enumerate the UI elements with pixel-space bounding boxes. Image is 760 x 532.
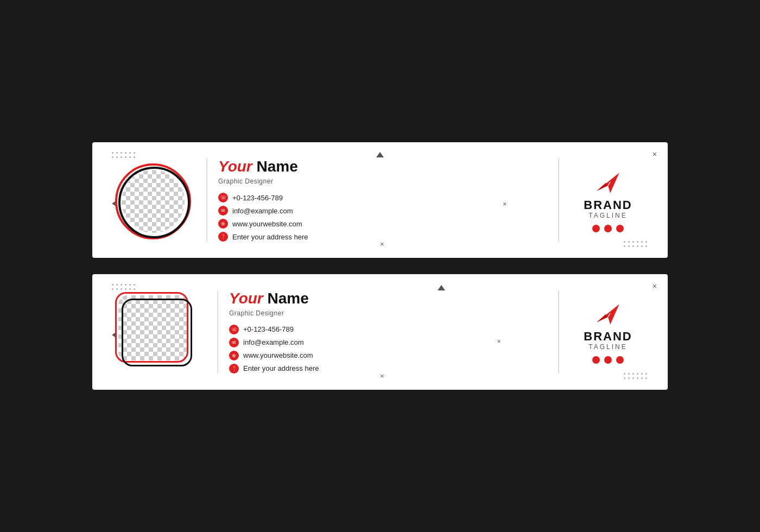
brand-dot-2c <box>616 356 624 364</box>
brand-section-1: BRAND TAGLINE <box>559 168 646 232</box>
website-icon-2: ⊕ <box>229 351 239 360</box>
brand-dots-1 <box>592 225 624 232</box>
title-2: Graphic Designer <box>229 309 547 317</box>
decorative-dots-tl-2 <box>112 284 136 291</box>
decorative-dots-tl <box>112 152 136 159</box>
decorative-x-mid: × <box>503 200 506 208</box>
svg-marker-3 <box>597 305 619 325</box>
decorative-dots-br <box>624 241 648 248</box>
name-heading-2: Your Name <box>229 290 547 307</box>
email-text-1: info@example.com <box>232 207 293 215</box>
contact-list-2: ☏ +0-123-456-789 ✉ info@example.com ⊕ ww… <box>229 325 547 373</box>
brand-tagline-2: TAGLINE <box>588 343 627 351</box>
paper-plane-icon-2 <box>594 300 622 327</box>
website-icon-1: ⊕ <box>218 219 228 229</box>
brand-dot-2a <box>592 356 600 364</box>
phone-text-2: +0-123-456-789 <box>243 325 294 333</box>
brand-dot-1a <box>592 225 600 232</box>
photo-area-circle <box>114 162 190 238</box>
paper-plane-icon-1 <box>594 168 622 195</box>
brand-name-1: BRAND <box>584 199 632 212</box>
address-icon-1: 📍 <box>218 232 228 242</box>
name-your-1: Your <box>218 158 252 175</box>
phone-icon-1: ☏ <box>218 193 228 202</box>
address-item-2: 📍 Enter your address here <box>229 364 547 373</box>
address-text-2: Enter your address here <box>243 364 319 372</box>
decorative-x-tr-2: × <box>653 282 657 290</box>
phone-item-1: ☏ +0-123-456-789 <box>218 193 547 202</box>
decorative-dots-br-2 <box>624 373 648 380</box>
info-section-2: Your Name Graphic Designer ☏ +0-123-456-… <box>217 290 559 373</box>
brand-dot-1b <box>604 225 612 232</box>
decorative-triangle-top <box>376 152 384 157</box>
svg-marker-1 <box>597 182 608 191</box>
email-signature-card-2: × × × Your Name Graphic Designer ☏ +0-12… <box>92 274 668 390</box>
email-icon-1: ✉ <box>218 206 228 216</box>
brand-name-2: BRAND <box>584 330 632 343</box>
email-icon-2: ✉ <box>229 338 239 347</box>
address-icon-2: 📍 <box>229 364 239 373</box>
website-text-1: www.yourwebsite.com <box>232 220 302 228</box>
decorative-x-mid-2: × <box>497 338 501 345</box>
title-1: Graphic Designer <box>218 178 547 185</box>
svg-marker-0 <box>597 173 619 193</box>
name-heading-1: Your Name <box>218 159 547 175</box>
rect-back-black <box>122 299 192 366</box>
email-item-1: ✉ info@example.com <box>218 206 547 216</box>
email-signature-card-1: × × × Your Name Graphic Designer ☏ +0-12… <box>92 142 668 258</box>
decorative-x-br-2: × <box>380 372 384 380</box>
rect-photo-wrapper <box>114 291 201 372</box>
brand-dot-1c <box>616 225 624 232</box>
brand-dot-2b <box>604 356 612 364</box>
brand-section-2: BRAND TAGLINE <box>559 300 646 364</box>
phone-item-2: ☏ +0-123-456-789 <box>229 325 547 334</box>
email-text-2: info@example.com <box>243 338 303 346</box>
address-text-1: Enter your address here <box>232 233 308 241</box>
decorative-x-tr: × <box>653 150 657 159</box>
name-rest-2: Name <box>263 290 309 307</box>
contact-list-1: ☏ +0-123-456-789 ✉ info@example.com ⊕ ww… <box>218 193 547 242</box>
brand-dots-2 <box>592 356 624 364</box>
website-item-1: ⊕ www.yourwebsite.com <box>218 219 547 229</box>
ring-black <box>118 167 190 238</box>
brand-tagline-1: TAGLINE <box>588 212 627 219</box>
phone-icon-2: ☏ <box>229 325 239 334</box>
photo-area-rect <box>114 291 201 372</box>
name-your-2: Your <box>229 290 263 307</box>
phone-text-1: +0-123-456-789 <box>232 194 283 202</box>
website-item-2: ⊕ www.yourwebsite.com <box>229 351 547 360</box>
svg-marker-4 <box>597 314 608 322</box>
website-text-2: www.yourwebsite.com <box>243 351 313 359</box>
decorative-triangle-top-2 <box>438 285 445 290</box>
circle-photo-wrapper <box>114 162 190 238</box>
decorative-x-br: × <box>380 240 384 248</box>
name-rest-1: Name <box>252 158 298 175</box>
